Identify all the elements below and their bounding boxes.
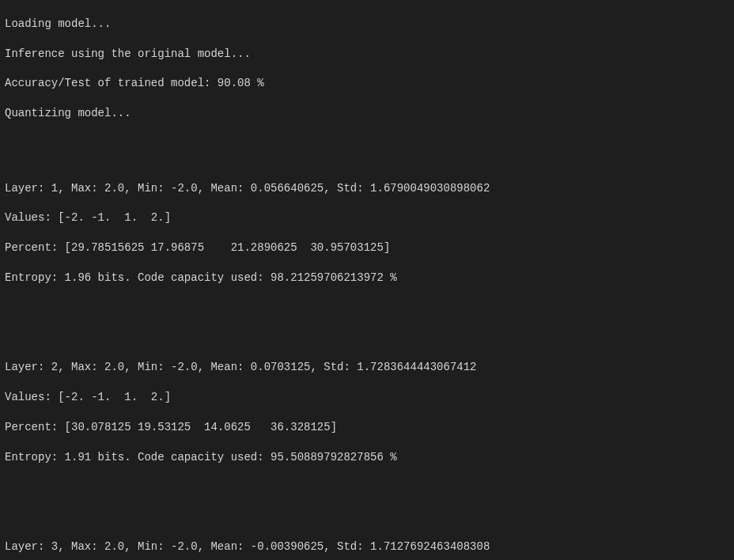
line-inference-orig: Inference using the original model... (5, 47, 729, 62)
line-quantizing: Quantizing model... (5, 106, 729, 121)
layer-1-entropy: Entropy: 1.96 bits. Code capacity used: … (5, 271, 729, 286)
layer-1-values: Values: [-2. -1. 1. 2.] (5, 210, 729, 225)
terminal-output: Loading model... Inference using the ori… (0, 0, 734, 560)
layer-1-percent: Percent: [29.78515625 17.96875 21.289062… (5, 240, 729, 255)
layer-2-percent: Percent: [30.078125 19.53125 14.0625 36.… (5, 420, 729, 435)
layer-2-values: Values: [-2. -1. 1. 2.] (5, 390, 729, 405)
layer-block-1: Layer: 1, Max: 2.0, Min: -2.0, Mean: 0.0… (5, 166, 729, 301)
line-accuracy-orig: Accuracy/Test of trained model: 90.08 % (5, 76, 729, 91)
layer-block-2: Layer: 2, Max: 2.0, Min: -2.0, Mean: 0.0… (5, 345, 729, 479)
layer-2-entropy: Entropy: 1.91 bits. Code capacity used: … (5, 450, 729, 465)
line-loading: Loading model... (5, 17, 729, 32)
layer-2-stats: Layer: 2, Max: 2.0, Min: -2.0, Mean: 0.0… (5, 360, 729, 375)
layer-1-stats: Layer: 1, Max: 2.0, Min: -2.0, Mean: 0.0… (5, 181, 729, 196)
layer-block-3: Layer: 3, Max: 2.0, Min: -2.0, Mean: -0.… (5, 524, 729, 560)
layer-3-stats: Layer: 3, Max: 2.0, Min: -2.0, Mean: -0.… (5, 539, 729, 554)
